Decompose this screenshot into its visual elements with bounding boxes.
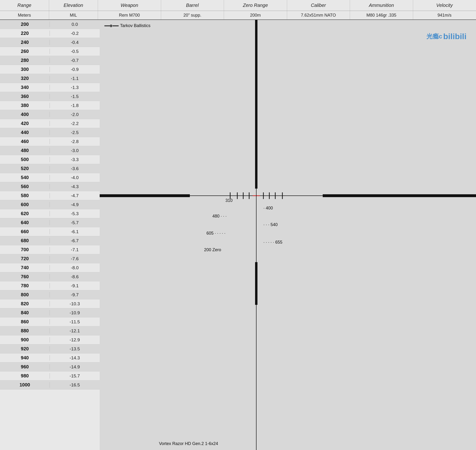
range-value: 920 — [0, 346, 50, 352]
range-value: 380 — [0, 103, 50, 108]
tarkov-label: Tarkov Ballistics — [104, 23, 150, 28]
table-row: 260 -0.5 — [0, 47, 100, 56]
elevation-value: -14.9 — [50, 364, 100, 370]
table-row: 800 -9.7 — [0, 290, 100, 299]
elevation-value: -7.6 — [50, 256, 100, 261]
table-row: 640 -5.7 — [0, 218, 100, 227]
range-value: 300 — [0, 67, 50, 72]
range-value: 660 — [0, 229, 50, 234]
range-value: 900 — [0, 337, 50, 343]
header-caliber: Caliber — [287, 0, 350, 11]
elevation-value: -4.3 — [50, 184, 100, 189]
table-row: 360 -1.5 — [0, 92, 100, 101]
table-row: 440 -2.5 — [0, 128, 100, 137]
header-ammunition: Ammunition — [350, 0, 413, 11]
header-range: Range — [0, 0, 49, 11]
range-value: 700 — [0, 247, 50, 252]
range-value: 760 — [0, 274, 50, 279]
table-row: 200 0.0 — [0, 20, 100, 29]
table-row: 820 -10.3 — [0, 299, 100, 308]
range-value: 600 — [0, 202, 50, 207]
table-row: 600 -4.9 — [0, 200, 100, 209]
elevation-value: -0.9 — [50, 67, 100, 72]
reticle-range-label: · 400 — [263, 206, 273, 211]
table-row: 320 -1.1 — [0, 74, 100, 83]
elevation-value: -1.8 — [50, 103, 100, 108]
elevation-value: -3.0 — [50, 148, 100, 153]
range-value: 1000 — [0, 382, 50, 388]
elevation-value: -1.1 — [50, 76, 100, 81]
subheader-ammunition: M80 146gr .335 — [350, 11, 413, 19]
elevation-value: -4.9 — [50, 202, 100, 207]
svg-rect-0 — [104, 25, 112, 26]
table-row: 940 -14.3 — [0, 354, 100, 362]
elevation-value: -2.0 — [50, 112, 100, 117]
range-value: 400 — [0, 112, 50, 117]
svg-rect-18 — [255, 20, 257, 189]
elevation-value: -4.7 — [50, 193, 100, 198]
elevation-value: -7.1 — [50, 247, 100, 252]
range-value: 480 — [0, 148, 50, 153]
elevation-value: -12.9 — [50, 337, 100, 343]
table-row: 760 -8.6 — [0, 272, 100, 281]
table-row: 880 -12.1 — [0, 326, 100, 335]
range-value: 440 — [0, 130, 50, 135]
header-zero-range: Zero Range — [224, 0, 287, 11]
table-row: 540 -4.0 — [0, 173, 100, 182]
range-value: 620 — [0, 211, 50, 216]
range-value: 420 — [0, 121, 50, 126]
elevation-value: -0.4 — [50, 40, 100, 45]
range-value: 880 — [0, 328, 50, 333]
range-value: 640 — [0, 220, 50, 225]
range-value: 260 — [0, 49, 50, 54]
subheader-barrel: 20" supp. — [161, 11, 224, 19]
range-value: 840 — [0, 310, 50, 315]
range-value: 580 — [0, 193, 50, 198]
table-row: 960 -14.9 — [0, 362, 100, 372]
table-row: 420 -2.2 — [0, 119, 100, 128]
elevation-value: -5.3 — [50, 211, 100, 216]
header-row: Range Elevation Weapon Barrel Zero Range… — [0, 0, 476, 11]
range-value: 520 — [0, 166, 50, 171]
subheader-zero-range: 200m — [224, 11, 287, 19]
elevation-value: -10.3 — [50, 301, 100, 307]
table-row: 660 -6.1 — [0, 227, 100, 236]
crosshair-svg — [100, 20, 476, 450]
elevation-value: -0.7 — [50, 58, 100, 63]
elevation-value: -3.3 — [50, 157, 100, 162]
range-value: 220 — [0, 31, 50, 36]
table-row: 580 -4.7 — [0, 191, 100, 200]
elevation-value: -16.5 — [50, 382, 100, 388]
range-value: 780 — [0, 283, 50, 289]
arrow-icon — [104, 24, 119, 28]
table-row: 340 -1.3 — [0, 83, 100, 92]
header-barrel: Barrel — [161, 0, 224, 11]
range-value: 940 — [0, 355, 50, 361]
table-row: 920 -13.5 — [0, 344, 100, 354]
tarkov-label-text: Tarkov Ballistics — [120, 23, 150, 28]
main-area: 200 0.0 220 -0.2 240 -0.4 260 -0.5 280 -… — [0, 20, 476, 450]
svg-marker-3 — [111, 25, 113, 27]
table-row: 700 -7.1 — [0, 245, 100, 254]
range-value: 740 — [0, 265, 50, 270]
range-value: 680 — [0, 238, 50, 243]
table-row: 280 -0.7 — [0, 56, 100, 65]
elevation-value: -8.6 — [50, 274, 100, 279]
table-row: 840 -10.9 — [0, 308, 100, 317]
reticle-range-label: 310 — [226, 198, 232, 203]
table-row: 720 -7.6 — [0, 254, 100, 263]
svg-rect-7 — [323, 194, 476, 197]
range-value: 800 — [0, 292, 50, 297]
elevation-value: -13.5 — [50, 346, 100, 352]
reticle-range-label: · · · · · 655 — [263, 240, 282, 245]
elevation-value: -0.2 — [50, 31, 100, 36]
elevation-value: 0.0 — [50, 22, 100, 27]
range-value: 860 — [0, 319, 50, 325]
table-row: 780 -9.1 — [0, 281, 100, 290]
table-row: 620 -5.3 — [0, 209, 100, 218]
bilibili-watermark: 光瘾c bilibili — [426, 32, 466, 41]
table-row: 1000 -16.5 — [0, 380, 100, 390]
elevation-value: -9.1 — [50, 283, 100, 289]
elevation-value: -15.7 — [50, 373, 100, 379]
elevation-value: -1.3 — [50, 85, 100, 90]
